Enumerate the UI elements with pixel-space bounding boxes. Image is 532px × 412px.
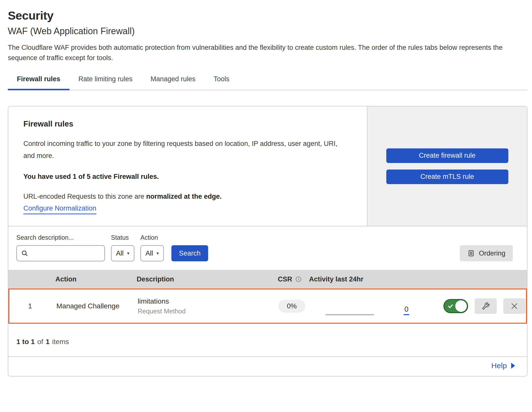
delete-rule-button[interactable]	[503, 298, 525, 314]
help-link[interactable]: Help	[491, 361, 516, 370]
wrench-icon	[482, 302, 490, 310]
search-box[interactable]	[16, 245, 105, 261]
help-row: Help	[8, 357, 527, 376]
rule-enabled-toggle[interactable]	[443, 299, 468, 313]
chevron-down-icon: ▾	[127, 251, 129, 256]
rule-description: limitations Request Method	[138, 297, 275, 315]
create-mtls-rule-button[interactable]: Create mTLS rule	[386, 170, 508, 184]
chevron-down-icon: ▾	[157, 251, 159, 256]
help-arrow-icon	[510, 362, 516, 369]
search-group: Search description...	[16, 234, 105, 261]
pagination-summary: 1 to 1of1items	[8, 324, 527, 357]
check-icon	[447, 303, 454, 309]
actions-panel: Create firewall rule Create mTLS rule	[367, 106, 527, 226]
tab-firewall-rules[interactable]: Firewall rules	[8, 74, 69, 90]
rule-name: limitations	[138, 297, 275, 305]
card-overview-section: Firewall rules Control incoming traffic …	[8, 106, 527, 226]
rule-priority: 1	[9, 302, 51, 310]
filter-bar: Search description... Status All ▾ Actio…	[8, 226, 527, 270]
tab-rate-limiting-rules[interactable]: Rate limiting rules	[69, 74, 142, 90]
search-input[interactable]	[28, 246, 104, 261]
rule-controls	[443, 298, 526, 314]
table-row[interactable]: 1 Managed Challenge limitations Request …	[8, 289, 527, 324]
firewall-rules-card: Firewall rules Control incoming traffic …	[8, 106, 527, 377]
rules-tabs: Firewall rules Rate limiting rules Manag…	[8, 74, 527, 90]
card-overview-text: Firewall rules Control incoming traffic …	[8, 106, 367, 226]
x-icon	[510, 302, 519, 310]
tab-managed-rules[interactable]: Managed rules	[141, 74, 205, 90]
search-label: Search description...	[16, 234, 105, 241]
card-heading: Firewall rules	[23, 119, 352, 129]
tab-tools[interactable]: Tools	[205, 74, 239, 90]
header-description: Description	[137, 275, 274, 283]
header-csr: CSR	[274, 275, 309, 283]
usage-summary: You have used 1 of 5 active Firewall rul…	[23, 173, 352, 181]
action-group: Action All ▾	[140, 234, 164, 261]
status-select[interactable]: All ▾	[111, 245, 134, 261]
page-subtitle: WAF (Web Application Firewall)	[8, 26, 527, 36]
security-waf-page: Security WAF (Web Application Firewall) …	[0, 0, 532, 377]
header-action: Action	[50, 275, 137, 283]
card-description: Control incoming traffic to your zone by…	[23, 138, 338, 162]
ordering-list-icon	[467, 250, 475, 257]
configure-normalization-link[interactable]: Configure Normalization	[23, 204, 96, 214]
normalization-note: URL-encoded Requests to this zone are no…	[23, 193, 352, 200]
toggle-knob	[455, 300, 467, 312]
edit-rule-button[interactable]	[475, 298, 497, 314]
activity-count-link[interactable]: 0	[404, 306, 409, 315]
info-icon[interactable]	[295, 276, 302, 282]
ordering-button[interactable]: Ordering	[460, 245, 513, 261]
rule-action: Managed Challenge	[51, 302, 138, 310]
action-select[interactable]: All ▾	[140, 245, 164, 261]
page-title: Security	[8, 9, 527, 22]
csr-badge: 0%	[278, 300, 305, 313]
header-activity: Activity last 24hr	[309, 275, 442, 283]
rule-activity-cell: 0	[310, 290, 443, 323]
table-header: Action Description CSR Activity last 24h…	[8, 270, 527, 289]
create-firewall-rule-button[interactable]: Create firewall rule	[386, 148, 508, 163]
status-group: Status All ▾	[111, 234, 134, 261]
status-label: Status	[111, 234, 134, 241]
rule-csr-cell: 0%	[275, 300, 310, 313]
page-description: The Cloudflare WAF provides both automat…	[8, 43, 524, 63]
action-label: Action	[140, 234, 164, 241]
activity-sparkline	[326, 314, 374, 315]
rule-expression-field: Request Method	[138, 307, 275, 315]
search-icon	[21, 250, 28, 257]
search-button[interactable]: Search	[171, 245, 208, 261]
